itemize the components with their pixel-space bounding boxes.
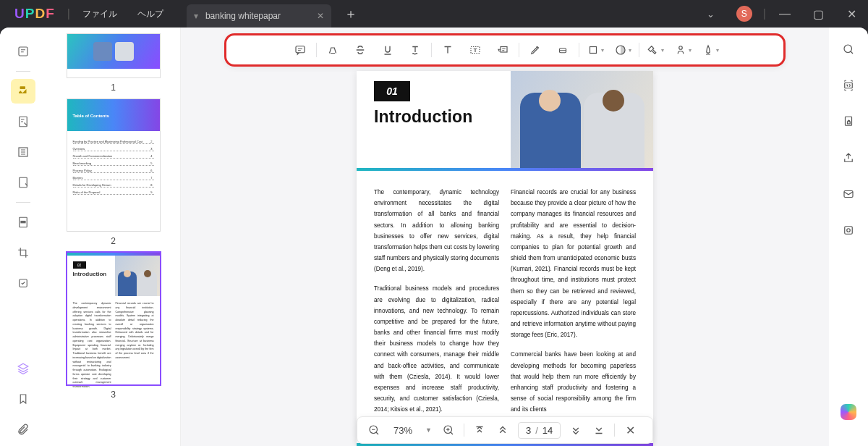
signature-tool-icon[interactable]: ▾ [670,37,696,63]
svg-rect-0 [19,47,27,56]
protect-icon[interactable] [838,112,859,132]
page-view[interactable]: 01 Introduction The contemporary, dynami… [357,71,653,446]
menu-file[interactable]: ファイル [72,8,127,20]
ocr-icon[interactable] [838,75,859,96]
text-tool-icon[interactable] [435,37,461,63]
layers-icon[interactable] [11,356,35,381]
svg-rect-1 [20,86,26,89]
titlebar: UPDF | ファイル ヘルプ ▾ banking whitepapar ✕ ＋… [0,0,868,28]
page-title: Introduction [374,107,511,127]
comment-mode-icon[interactable] [11,79,35,104]
prev-page-button[interactable] [492,419,514,441]
svg-rect-4 [20,177,27,188]
new-tab-button[interactable]: ＋ [344,5,357,22]
updf-ai-icon[interactable] [841,404,856,420]
minimize-button[interactable]: — [768,1,801,27]
zoom-value: 73% [386,425,420,436]
callout-tool-icon[interactable] [490,37,516,63]
first-page-button[interactable] [469,419,490,441]
zoom-in-button[interactable] [438,419,459,441]
next-page-button[interactable] [565,419,587,441]
maximize-button[interactable]: ▢ [801,1,835,27]
close-nav-button[interactable]: ✕ [619,419,641,441]
expand-chevron-icon[interactable]: ⌄ [694,9,728,20]
attachment-icon[interactable] [11,417,35,442]
manage-tool-icon[interactable]: ▾ [697,37,723,63]
edit-mode-icon[interactable] [11,109,35,134]
share-icon[interactable] [838,148,859,168]
svg-rect-20 [848,122,851,124]
crop-icon[interactable] [11,240,35,265]
right-tool-rail [829,28,868,446]
last-page-button[interactable] [588,419,610,441]
app-logo: UPDF [0,6,65,22]
left-tool-rail [0,28,46,446]
pencil-tool-icon[interactable] [522,37,548,63]
stamp-tool-icon[interactable]: ▾ [642,37,668,63]
svg-point-23 [847,229,851,232]
hero-image [511,71,653,168]
user-avatar[interactable]: S [736,6,752,22]
svg-rect-18 [845,83,853,88]
email-icon[interactable] [838,184,859,204]
menu-help[interactable]: ヘルプ [127,8,174,20]
shape-tool-icon[interactable]: ▾ [582,37,608,63]
close-window-button[interactable]: ✕ [835,1,868,27]
svg-point-14 [678,46,682,50]
textbox-tool-icon[interactable] [462,37,488,63]
page-layout-icon[interactable] [11,140,35,164]
flatten-icon[interactable] [838,220,859,240]
thumb-num-3: 3 [55,390,171,400]
svg-rect-6 [21,222,25,223]
body-column-left: The contemporary, dynamic technology env… [374,187,499,424]
zoom-out-button[interactable] [363,419,385,441]
comment-tool-icon[interactable] [287,37,313,63]
thumb-num-2: 2 [55,236,171,246]
svg-point-17 [844,45,852,53]
page-navigation-bar: 73% ▼ 3 / 14 ✕ [357,416,653,444]
svg-rect-12 [590,47,596,54]
thumb-num-1: 1 [55,83,171,93]
organize-icon[interactable] [11,271,35,295]
page-number-input[interactable]: 3 / 14 [518,422,561,439]
strikethrough-tool-icon[interactable] [347,37,373,63]
body-column-right: Financial records are crucial for any bu… [511,187,636,424]
squiggly-tool-icon[interactable] [402,37,428,63]
underline-tool-icon[interactable] [375,37,401,63]
thumbnail-2[interactable]: Table of Contents Funding by Practice an… [55,98,171,246]
close-tab-icon[interactable]: ✕ [317,11,324,21]
svg-rect-8 [296,46,305,53]
svg-rect-22 [845,227,853,235]
svg-rect-10 [501,47,507,53]
redact-icon[interactable] [11,210,35,235]
thumbnail-1[interactable]: 1 [55,33,171,93]
thumbnail-panel: 1 Table of Contents Funding by Practice … [46,28,181,446]
search-icon[interactable] [838,39,859,59]
svg-rect-21 [844,191,853,198]
document-tab[interactable]: ▾ banking whitepapar ✕ [187,4,331,28]
sticker-tool-icon[interactable]: ▾ [610,37,636,63]
zoom-dropdown-icon[interactable]: ▼ [421,426,436,434]
eraser-tool-icon[interactable] [550,37,576,63]
document-area: ▾ ▾ ▾ ▾ ▾ 01 Introduction [181,28,829,446]
bookmark-icon[interactable] [11,387,35,411]
annotation-toolbar: ▾ ▾ ▾ ▾ ▾ [224,33,786,67]
tab-title: banking whitepapar [205,11,281,21]
chapter-badge: 01 [374,81,410,101]
thumbnail-3[interactable]: 01 Introduction The contemporary dynamic… [55,252,171,400]
reader-mode-icon[interactable] [11,39,35,64]
fill-sign-icon[interactable] [11,170,35,195]
highlight-tool-icon[interactable] [320,37,346,63]
